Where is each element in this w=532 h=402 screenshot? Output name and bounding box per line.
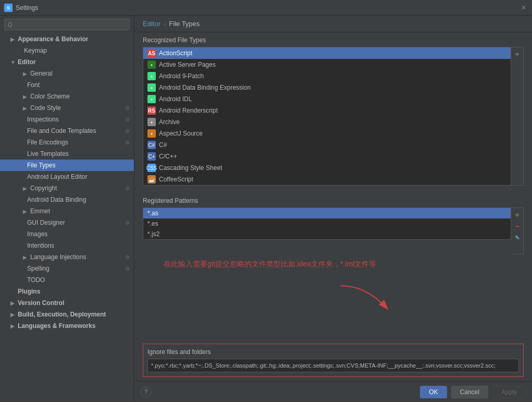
sidebar-item-androidlayout[interactable]: Android Layout Editor bbox=[0, 171, 134, 182]
expand-icon: ▶ bbox=[10, 323, 17, 329]
filetype-aspectj[interactable]: ▪ AspectJ Source bbox=[143, 128, 511, 139]
sidebar-item-androiddatabinding[interactable]: Android Data Binding bbox=[0, 194, 134, 205]
sidebar-item-fileencodings[interactable]: File Encodings ⚙ bbox=[0, 137, 134, 148]
sidebar-item-label: Images bbox=[27, 230, 47, 238]
sidebar-item-label: Appearance & Behavior bbox=[18, 35, 88, 43]
filetype-name: Android IDL bbox=[159, 95, 192, 103]
filetype-coffee[interactable]: ☕ CoffeeScript bbox=[143, 174, 511, 185]
file-type-list[interactable]: AS ActionScript ▪ Active Server Pages ▪ … bbox=[143, 47, 511, 186]
cancel-button[interactable]: Cancel bbox=[451, 386, 488, 398]
pattern-item[interactable]: *.as bbox=[143, 208, 511, 218]
app-icon: S bbox=[4, 4, 13, 12]
pattern-item[interactable]: *.js2 bbox=[143, 229, 511, 239]
patterns-list-section: *.as *.es *.js2 + − ✎ bbox=[143, 208, 524, 254]
sidebar-item-filetypes[interactable]: File Types bbox=[0, 160, 134, 171]
ignore-section: Ignore files and folders bbox=[143, 344, 524, 377]
sidebar-item-label: Copyright bbox=[30, 185, 57, 192]
sidebar-item-colorscheme[interactable]: ▶ Color Scheme bbox=[0, 91, 134, 102]
filetype-icon: C# bbox=[147, 141, 156, 149]
expand-icon: ▶ bbox=[23, 209, 29, 214]
sidebar-item-todo[interactable]: TODO bbox=[0, 274, 134, 286]
sidebar-item-spelling[interactable]: Spelling ⚙ bbox=[0, 263, 134, 274]
filetype-name: Android Data Binding Expression bbox=[159, 84, 251, 91]
sidebar-item-intentions[interactable]: Intentions bbox=[0, 240, 134, 251]
filetype-icon: ▪ bbox=[147, 129, 156, 138]
sidebar-item-appearance[interactable]: ▶ Appearance & Behavior bbox=[0, 33, 134, 45]
filetype-renderscript[interactable]: RS Android Renderscript bbox=[143, 105, 511, 116]
edit-pattern-button[interactable]: ✎ bbox=[513, 233, 522, 242]
sidebar-item-label: Android Data Binding bbox=[27, 196, 86, 203]
filetype-icon: RS bbox=[147, 106, 156, 115]
window-title: Settings bbox=[16, 4, 38, 11]
filetype-cpp[interactable]: C+ C/C++ bbox=[143, 151, 511, 162]
sidebar-item-label: Plugins bbox=[18, 288, 40, 295]
filetype-actionscript[interactable]: AS ActionScript bbox=[143, 47, 511, 59]
sidebar-item-filecodetemplates[interactable]: File and Code Templates ⚙ bbox=[0, 125, 134, 137]
filetype-icon: ▪ bbox=[147, 95, 156, 103]
filetype-icon: C+ bbox=[147, 152, 156, 161]
filetype-android9[interactable]: ▪ Android 9-Patch bbox=[143, 70, 511, 82]
settings-icon: ⚙ bbox=[125, 117, 130, 123]
filetype-asp[interactable]: ▪ Active Server Pages bbox=[143, 59, 511, 70]
expand-icon: ▶ bbox=[23, 71, 29, 77]
filetype-name: CoffeeScript bbox=[159, 176, 193, 183]
sidebar-item-label: Languages & Frameworks bbox=[18, 322, 95, 330]
add-filetype-button[interactable]: + bbox=[513, 50, 522, 59]
filetype-icon: CSS bbox=[147, 164, 156, 172]
search-input[interactable] bbox=[15, 21, 126, 28]
sidebar-item-livetemplates[interactable]: Live Templates bbox=[0, 148, 134, 160]
help-button[interactable]: ? bbox=[141, 387, 151, 397]
sidebar-item-copyright[interactable]: ▶ Copyright ⚙ bbox=[0, 182, 134, 194]
pattern-item[interactable]: *.es bbox=[143, 218, 511, 229]
search-icon: Q bbox=[8, 21, 13, 28]
expand-icon: ▶ bbox=[23, 105, 29, 111]
bottom-bar: ? OK Cancel Apply bbox=[134, 381, 532, 402]
spacer bbox=[10, 289, 17, 295]
settings-icon: ⚙ bbox=[125, 266, 130, 272]
main-container: Q ▶ Appearance & Behavior Keymap ▼ Edito… bbox=[0, 16, 532, 402]
sidebar-item-inspections[interactable]: Inspections ⚙ bbox=[0, 114, 134, 125]
sidebar-item-plugins[interactable]: Plugins bbox=[0, 286, 134, 297]
spacer bbox=[17, 48, 23, 54]
annotation-text: 在此输入需要git提交忽略的文件类型比如.idea文件夹，*.iml文件等 bbox=[153, 254, 387, 274]
filetype-name: Android Renderscript bbox=[159, 107, 218, 114]
filetype-name: C/C++ bbox=[159, 153, 177, 160]
titlebar: S Settings ✕ bbox=[0, 0, 532, 16]
patterns-label: Registered Patterns bbox=[143, 197, 524, 204]
patterns-list[interactable]: *.as *.es *.js2 bbox=[143, 208, 511, 240]
close-button[interactable]: ✕ bbox=[519, 4, 528, 12]
sidebar-item-emmet[interactable]: ▶ Emmet bbox=[0, 205, 134, 217]
sidebar-item-general[interactable]: ▶ General bbox=[0, 68, 134, 79]
sidebar-item-codestyle[interactable]: ▶ Code Style ⚙ bbox=[0, 102, 134, 114]
ok-button[interactable]: OK bbox=[420, 386, 447, 398]
filetype-androiddbe[interactable]: ▪ Android Data Binding Expression bbox=[143, 82, 511, 93]
sidebar: Q ▶ Appearance & Behavior Keymap ▼ Edito… bbox=[0, 16, 134, 402]
filetype-archive[interactable]: ▪ Archive bbox=[143, 116, 511, 128]
ignore-input[interactable] bbox=[147, 359, 519, 372]
filetype-css[interactable]: CSS Cascading Style Sheet bbox=[143, 162, 511, 174]
sidebar-item-versioncontrol[interactable]: ▶ Version Control bbox=[0, 297, 134, 309]
sidebar-item-label: Editor bbox=[18, 58, 36, 66]
sidebar-item-images[interactable]: Images bbox=[0, 228, 134, 240]
expand-icon: ▶ bbox=[10, 312, 17, 318]
search-box[interactable]: Q bbox=[4, 19, 130, 30]
settings-icon: ⚙ bbox=[125, 220, 130, 226]
add-pattern-button[interactable]: + bbox=[513, 210, 522, 220]
filetype-androididl[interactable]: ▪ Android IDL bbox=[143, 93, 511, 105]
filetype-icon: ▪ bbox=[147, 118, 156, 126]
pattern-value: *.es bbox=[147, 220, 158, 227]
remove-pattern-button[interactable]: − bbox=[513, 222, 522, 231]
sidebar-item-editor[interactable]: ▼ Editor bbox=[0, 56, 134, 68]
sidebar-item-buildexecution[interactable]: ▶ Build, Execution, Deployment bbox=[0, 309, 134, 320]
filetype-csharp[interactable]: C# C# bbox=[143, 139, 511, 151]
sidebar-item-label: Code Style bbox=[30, 104, 61, 112]
sidebar-item-languageinjections[interactable]: ▶ Language Injections ⚙ bbox=[0, 251, 134, 263]
sidebar-item-font[interactable]: Font bbox=[0, 79, 134, 91]
panel-content: Recognized File Types AS ActionScript ▪ … bbox=[134, 32, 532, 381]
sidebar-item-languages[interactable]: ▶ Languages & Frameworks bbox=[0, 320, 134, 332]
filetype-controls: + bbox=[511, 47, 524, 186]
sidebar-item-keymap[interactable]: Keymap bbox=[0, 45, 134, 56]
apply-button[interactable]: Apply bbox=[492, 386, 526, 398]
sidebar-item-label: Intentions bbox=[27, 242, 54, 249]
sidebar-item-guidesigner[interactable]: GUI Designer ⚙ bbox=[0, 217, 134, 228]
